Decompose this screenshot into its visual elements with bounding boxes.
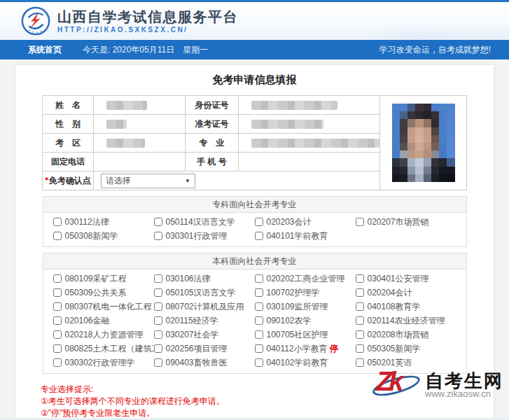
chevron-down-icon: ▼ xyxy=(185,178,190,184)
major-checkbox[interactable] xyxy=(53,288,62,297)
major-checkbox[interactable] xyxy=(255,288,263,297)
major-checkbox-item[interactable]: 040102学前教育 xyxy=(255,356,356,370)
major-checkbox-label: 030106法律 xyxy=(166,273,211,285)
major-checkbox-item[interactable]: 090403畜牧兽医 xyxy=(154,356,255,370)
major-checkbox-item[interactable]: 020218人力资源管理 xyxy=(53,328,154,342)
major-checkbox[interactable] xyxy=(53,330,62,339)
major-checkbox[interactable] xyxy=(154,218,162,226)
major-checkbox-item[interactable]: 050309公共关系 xyxy=(53,286,154,300)
gender-masked-value xyxy=(106,120,127,129)
section-body: 030112法律050114汉语言文学020203会计020207市场营销050… xyxy=(43,213,466,246)
major-checkbox[interactable] xyxy=(255,218,263,226)
major-checkbox-item[interactable]: 020115经济学 xyxy=(154,314,255,328)
major-checkbox[interactable] xyxy=(356,302,364,311)
major-checkbox-item[interactable]: 020202工商企业管理 xyxy=(255,272,356,286)
major-checkbox-item[interactable]: 020208市场营销 xyxy=(356,328,456,342)
major-checkbox-item[interactable]: 080307机电一体化工程 xyxy=(53,300,154,314)
major-checkbox-item[interactable]: 050305新闻学 xyxy=(356,342,456,356)
major-checkbox[interactable] xyxy=(356,330,364,339)
mobile-label: 手 机 号 xyxy=(186,153,239,172)
major-checkbox-item[interactable]: 050114汉语言文学 xyxy=(154,215,255,229)
applicant-info-table: 姓 名 身份证号 性 别 准考证号 考 区 专 业 固定电话 手 机 号 xyxy=(42,95,467,190)
major-checkbox[interactable] xyxy=(154,232,162,240)
major-checkbox[interactable] xyxy=(356,316,364,325)
major-checkbox-label: 040102学前教育 xyxy=(267,357,328,369)
major-checkbox[interactable] xyxy=(255,358,263,367)
landline-field[interactable] xyxy=(94,153,186,172)
major-checkbox[interactable] xyxy=(356,274,364,283)
major-checkbox-label: 090403畜牧兽医 xyxy=(166,357,228,369)
major-checkbox[interactable] xyxy=(356,344,364,353)
photo-cell xyxy=(380,96,467,190)
major-checkbox[interactable] xyxy=(255,302,263,311)
major-checkbox-item[interactable]: 080109采矿工程 xyxy=(53,272,154,286)
major-checkbox[interactable] xyxy=(154,288,162,297)
major-checkbox-item[interactable]: 020114农业经济管理 xyxy=(356,314,456,328)
main-navbar: 系统首页 今天是: 2020年05月11日 星期一 学习改变命运，自考成就梦想! xyxy=(0,40,509,59)
major-checkbox[interactable] xyxy=(255,274,263,283)
major-checkbox[interactable] xyxy=(154,302,162,311)
major-checkbox[interactable] xyxy=(154,330,162,339)
major-checkbox[interactable] xyxy=(255,316,263,325)
major-checkbox-item[interactable]: 020256项目管理 xyxy=(154,342,255,356)
mobile-field[interactable] xyxy=(239,153,380,172)
major-checkbox-item[interactable]: 050308新闻学 xyxy=(53,229,154,243)
major-checkbox-item[interactable]: 100702护理学 xyxy=(255,286,356,300)
major-checkbox-item[interactable]: 050105汉语言文学 xyxy=(154,286,255,300)
major-checkbox-item[interactable]: 020204会计 xyxy=(356,286,456,300)
major-checkbox[interactable] xyxy=(53,316,62,325)
major-checkbox[interactable] xyxy=(154,274,162,283)
major-checkbox-item[interactable]: 030401公安管理 xyxy=(356,272,456,286)
zikaosw-watermark: Zk 自考生网 www.zikaosw.cn xyxy=(372,370,503,400)
major-checkbox-label: 030301行政管理 xyxy=(166,230,228,242)
section-title: 本科面向社会开考专业 xyxy=(43,253,466,270)
major-checkbox-label: 020202工商企业管理 xyxy=(267,273,345,285)
major-checkbox-item[interactable]: 030112法律 xyxy=(53,215,154,229)
major-checkbox-item[interactable]: 050201英语 xyxy=(356,356,456,370)
major-checkbox[interactable] xyxy=(356,288,364,297)
major-checkbox-item[interactable]: 020207市场营销 xyxy=(356,215,456,229)
major-checkbox-item[interactable]: 090102农学 xyxy=(255,314,356,328)
major-checkbox-label: 100702护理学 xyxy=(267,287,320,299)
major-checkbox[interactable] xyxy=(53,218,62,226)
major-checkbox[interactable] xyxy=(154,344,162,353)
admission-number-masked-value xyxy=(251,120,323,129)
major-checkbox-label: 030401公安管理 xyxy=(368,273,429,285)
major-checkbox-item[interactable]: 100705社区护理 xyxy=(255,328,356,342)
major-checkbox[interactable] xyxy=(255,232,263,240)
major-checkbox[interactable] xyxy=(255,330,263,339)
major-checkbox[interactable] xyxy=(53,274,62,283)
major-checkbox-label: 030302行政管理学 xyxy=(65,357,135,369)
major-checkbox[interactable] xyxy=(53,232,62,240)
major-checkbox-label: 030207社会学 xyxy=(166,329,219,341)
major-checkbox-item[interactable]: 030106法律 xyxy=(154,272,255,286)
nav-home-link[interactable]: 系统首页 xyxy=(28,44,62,56)
major-checkbox-label: 080825土木工程（建筑工... xyxy=(65,343,154,355)
major-checkbox-label: 050305新闻学 xyxy=(368,343,421,355)
major-checkbox-label: 050308新闻学 xyxy=(65,230,118,242)
major-checkbox-item[interactable]: 020203会计 xyxy=(255,215,356,229)
confirm-point-select[interactable]: 请选择 ▼ xyxy=(101,174,195,188)
major-checkbox-item[interactable]: 020106金融 xyxy=(53,314,154,328)
major-checkbox-item[interactable]: 040108教育学 xyxy=(356,300,456,314)
id-photo xyxy=(392,104,455,182)
major-checkbox-item[interactable]: 030207社会学 xyxy=(154,328,255,342)
major-checkbox-item[interactable]: 040112小学教育停 xyxy=(255,342,356,356)
major-checkbox-item[interactable]: 040101学前教育 xyxy=(255,229,356,243)
major-checkbox[interactable] xyxy=(154,358,162,367)
major-checkbox[interactable] xyxy=(53,344,62,353)
major-checkbox-label: 030109监所管理 xyxy=(267,301,328,313)
major-checkbox-item[interactable]: 080702计算机及应用 xyxy=(154,300,255,314)
major-checkbox[interactable] xyxy=(154,316,162,325)
major-checkbox[interactable] xyxy=(53,358,62,367)
major-checkbox-item[interactable]: 030109监所管理 xyxy=(255,300,356,314)
major-checkbox-item[interactable]: 030302行政管理学 xyxy=(53,356,154,370)
content-card: 免考申请信息填报 姓 名 身份证号 性 别 准考证号 考 区 专 业 固定电话 xyxy=(15,65,494,420)
major-checkbox-item[interactable]: 030301行政管理 xyxy=(154,229,255,243)
major-checkbox-item[interactable]: 080825土木工程（建筑工... xyxy=(53,342,154,356)
major-checkbox[interactable] xyxy=(53,302,62,311)
major-checkbox[interactable] xyxy=(356,218,364,226)
major-checkbox-label: 020203会计 xyxy=(267,216,312,228)
major-checkbox[interactable] xyxy=(255,344,263,353)
major-checkbox[interactable] xyxy=(356,358,364,367)
